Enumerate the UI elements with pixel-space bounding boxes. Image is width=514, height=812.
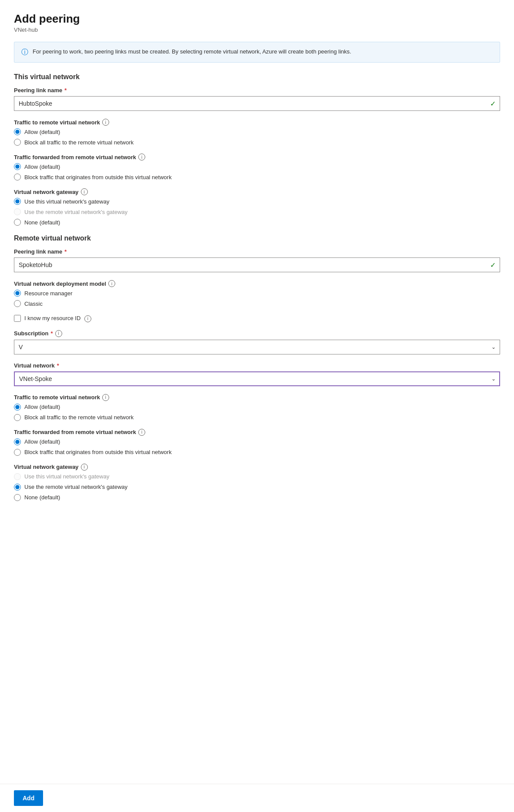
- remote-deployment-resource-manager-option[interactable]: Resource manager: [14, 290, 500, 297]
- this-traffic-to-remote-radio-group: Allow (default) Block all traffic to the…: [14, 128, 500, 146]
- this-traffic-block-option[interactable]: Block all traffic to the remote virtual …: [14, 139, 500, 146]
- remote-traffic-allow-radio[interactable]: [14, 404, 21, 411]
- remote-gateway-none-label: None (default): [24, 494, 60, 501]
- remote-resource-id-checkbox-group: I know my resource ID i: [14, 315, 500, 322]
- this-gateway-label: Virtual network gateway i: [14, 188, 500, 195]
- remote-forwarded-block-label: Block traffic that originates from outsi…: [24, 449, 172, 455]
- remote-deployment-model-radio-group: Resource manager Classic: [14, 290, 500, 307]
- remote-subscription-select[interactable]: V: [14, 340, 500, 354]
- this-traffic-forwarded-radio-group: Allow (default) Block traffic that origi…: [14, 163, 500, 180]
- remote-subscription-info-icon: i: [55, 330, 62, 337]
- page-title: Add peering: [14, 12, 500, 26]
- remote-virtual-network-group: Virtual network * VNet-Spoke ⌄: [14, 362, 500, 386]
- this-gateway-none-label: None (default): [24, 219, 60, 226]
- remote-deployment-resource-manager-label: Resource manager: [24, 290, 73, 297]
- remote-traffic-allow-option[interactable]: Allow (default): [14, 404, 500, 411]
- this-peering-link-name-input[interactable]: [14, 96, 500, 111]
- remote-subscription-group: Subscription * i V ⌄: [14, 330, 500, 354]
- remote-virtual-network-select-wrapper: VNet-Spoke ⌄: [14, 371, 500, 386]
- remote-gateway-label: Virtual network gateway i: [14, 464, 500, 471]
- this-gateway-use-remote-option: Use the remote virtual network's gateway: [14, 208, 500, 215]
- this-gateway-use-remote-label: Use the remote virtual network's gateway: [24, 209, 127, 215]
- this-gateway-use-this-radio[interactable]: [14, 198, 21, 205]
- this-forwarded-block-option[interactable]: Block traffic that originates from outsi…: [14, 174, 500, 180]
- remote-deployment-classic-label: Classic: [24, 301, 43, 307]
- remote-virtual-network-section: Remote virtual network Peering link name…: [14, 234, 500, 501]
- this-peering-link-name-group: Peering link name * ✓: [14, 87, 500, 111]
- this-forwarded-block-label: Block traffic that originates from outsi…: [24, 174, 172, 180]
- this-peering-link-check-icon: ✓: [490, 100, 496, 108]
- this-gateway-none-option[interactable]: None (default): [14, 219, 500, 226]
- this-forwarded-block-radio[interactable]: [14, 174, 21, 180]
- remote-gateway-none-radio[interactable]: [14, 494, 21, 501]
- this-gateway-use-this-option[interactable]: Use this virtual network's gateway: [14, 198, 500, 205]
- remote-resource-id-group: I know my resource ID i: [14, 315, 500, 322]
- remote-vnet-required: *: [57, 362, 59, 369]
- required-asterisk: *: [64, 87, 67, 94]
- this-forwarded-allow-label: Allow (default): [24, 164, 60, 170]
- remote-traffic-forwarded-label: Traffic forwarded from remote virtual ne…: [14, 429, 500, 436]
- remote-deployment-classic-radio[interactable]: [14, 300, 21, 307]
- page-subtitle: VNet-hub: [14, 27, 500, 33]
- remote-traffic-block-radio[interactable]: [14, 414, 21, 421]
- remote-gateway-use-remote-radio[interactable]: [14, 484, 21, 491]
- this-gateway-none-radio[interactable]: [14, 219, 21, 226]
- remote-forwarded-allow-radio[interactable]: [14, 438, 21, 445]
- remote-traffic-to-remote-info-icon: i: [102, 394, 109, 401]
- add-button[interactable]: Add: [14, 790, 43, 806]
- this-traffic-forwarded-group: Traffic forwarded from remote virtual ne…: [14, 154, 500, 180]
- remote-resource-id-info-icon: i: [84, 315, 91, 322]
- this-gateway-info-icon: i: [81, 188, 88, 195]
- remote-peering-link-name-group: Peering link name * ✓: [14, 248, 500, 272]
- remote-subscription-required: *: [50, 330, 53, 337]
- this-traffic-allow-radio[interactable]: [14, 128, 21, 135]
- remote-gateway-none-option[interactable]: None (default): [14, 494, 500, 501]
- remote-deployment-model-group: Virtual network deployment model i Resou…: [14, 280, 500, 307]
- remote-gateway-group: Virtual network gateway i Use this virtu…: [14, 464, 500, 501]
- remote-traffic-block-option[interactable]: Block all traffic to the remote virtual …: [14, 414, 500, 421]
- remote-gateway-radio-group: Use this virtual network's gateway Use t…: [14, 473, 500, 501]
- this-traffic-forwarded-label: Traffic forwarded from remote virtual ne…: [14, 154, 500, 160]
- this-traffic-block-label: Block all traffic to the remote virtual …: [24, 139, 134, 146]
- this-gateway-use-this-label: Use this virtual network's gateway: [24, 198, 109, 205]
- this-peering-link-input-wrapper: ✓: [14, 96, 500, 111]
- this-traffic-allow-option[interactable]: Allow (default): [14, 128, 500, 135]
- this-forwarded-allow-radio[interactable]: [14, 163, 21, 170]
- remote-deployment-model-label: Virtual network deployment model i: [14, 280, 500, 287]
- this-gateway-radio-group: Use this virtual network's gateway Use t…: [14, 198, 500, 226]
- remote-traffic-to-remote-group: Traffic to remote virtual network i Allo…: [14, 394, 500, 421]
- remote-forwarded-block-option[interactable]: Block traffic that originates from outsi…: [14, 449, 500, 456]
- this-traffic-to-remote-group: Traffic to remote virtual network i Allo…: [14, 119, 500, 146]
- this-virtual-network-section: This virtual network Peering link name *…: [14, 73, 500, 226]
- remote-deployment-resource-manager-radio[interactable]: [14, 290, 21, 297]
- remote-forwarded-block-radio[interactable]: [14, 449, 21, 456]
- remote-virtual-network-select[interactable]: VNet-Spoke: [14, 371, 500, 386]
- remote-gateway-use-remote-label: Use the remote virtual network's gateway: [24, 484, 127, 490]
- this-traffic-to-remote-label: Traffic to remote virtual network i: [14, 119, 500, 126]
- remote-required-asterisk: *: [64, 248, 67, 255]
- remote-traffic-forwarded-radio-group: Allow (default) Block traffic that origi…: [14, 438, 500, 456]
- remote-traffic-forwarded-info-icon: i: [138, 429, 145, 436]
- info-banner: ⓘ For peering to work, two peering links…: [14, 42, 500, 63]
- this-forwarded-allow-option[interactable]: Allow (default): [14, 163, 500, 170]
- remote-gateway-info-icon: i: [81, 464, 88, 471]
- remote-traffic-forwarded-group: Traffic forwarded from remote virtual ne…: [14, 429, 500, 456]
- remote-traffic-to-remote-radio-group: Allow (default) Block all traffic to the…: [14, 404, 500, 421]
- remote-peering-link-name-input[interactable]: [14, 257, 500, 272]
- this-traffic-forwarded-info-icon: i: [138, 154, 145, 160]
- info-banner-text: For peering to work, two peering links m…: [33, 47, 351, 56]
- this-peering-link-name-label: Peering link name *: [14, 87, 500, 94]
- remote-gateway-use-this-label: Use this virtual network's gateway: [24, 473, 109, 480]
- remote-traffic-allow-label: Allow (default): [24, 404, 60, 410]
- this-traffic-block-radio[interactable]: [14, 139, 21, 146]
- footer-bar: Add: [0, 784, 514, 812]
- this-traffic-allow-label: Allow (default): [24, 129, 60, 135]
- remote-virtual-network-label: Virtual network *: [14, 362, 500, 369]
- remote-resource-id-checkbox[interactable]: [14, 315, 21, 322]
- remote-gateway-use-this-option: Use this virtual network's gateway: [14, 473, 500, 480]
- remote-forwarded-allow-option[interactable]: Allow (default): [14, 438, 500, 445]
- remote-deployment-classic-option[interactable]: Classic: [14, 300, 500, 307]
- remote-forwarded-allow-label: Allow (default): [24, 438, 60, 445]
- remote-peering-link-name-label: Peering link name *: [14, 248, 500, 255]
- remote-gateway-use-remote-option[interactable]: Use the remote virtual network's gateway: [14, 484, 500, 491]
